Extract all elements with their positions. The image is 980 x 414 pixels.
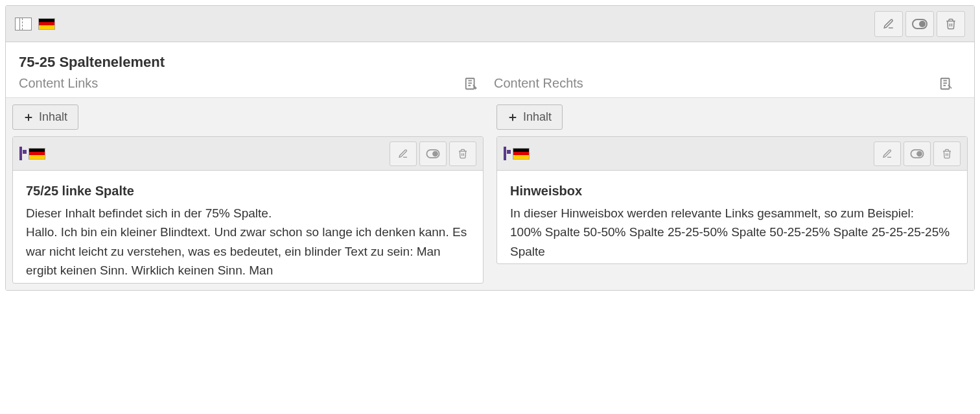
content-type-icon xyxy=(504,148,506,160)
flag-de-icon xyxy=(513,148,530,160)
panel-actions xyxy=(874,11,965,37)
card-title: Hinweisbox xyxy=(510,181,954,201)
column-header-left: Content Links xyxy=(19,76,486,91)
flag-de-icon xyxy=(38,18,55,30)
card-header xyxy=(497,137,967,171)
toggle-button[interactable] xyxy=(905,11,934,37)
add-content-label: Inhalt xyxy=(39,110,67,124)
column-left: Inhalt xyxy=(12,104,484,284)
toggle-button[interactable] xyxy=(419,141,447,166)
svg-point-7 xyxy=(916,151,922,156)
delete-button[interactable] xyxy=(449,141,476,166)
column-right: Inhalt xyxy=(496,104,968,284)
column-header-right: Content Rechts xyxy=(486,76,961,91)
card-header-left xyxy=(19,148,45,160)
toggle-button[interactable] xyxy=(904,141,931,166)
card-text-line: 100% Spalte 50-50% Spalte 25-25-50% Spal… xyxy=(510,223,954,261)
panel-header-left xyxy=(15,18,55,30)
panel-title: 75-25 Spaltenelement xyxy=(19,54,961,71)
add-content-label: Inhalt xyxy=(523,110,552,124)
column-right-label: Content Rechts xyxy=(494,76,583,91)
card-actions xyxy=(390,141,476,166)
main-panel: 75-25 Spaltenelement Content Links Conte… xyxy=(5,5,975,291)
add-content-button-right[interactable]: Inhalt xyxy=(496,104,563,130)
columns-type-icon xyxy=(15,18,32,30)
columns-body: Inhalt xyxy=(6,97,974,290)
card-header-left xyxy=(504,148,530,160)
card-actions xyxy=(874,141,961,166)
svg-point-1 xyxy=(919,21,926,27)
delete-button[interactable] xyxy=(933,141,961,166)
column-left-label: Content Links xyxy=(19,76,98,91)
delete-button[interactable] xyxy=(937,11,965,37)
panel-title-row: 75-25 Spaltenelement xyxy=(6,42,974,76)
content-type-icon xyxy=(19,148,22,160)
add-content-area-icon[interactable] xyxy=(464,77,478,91)
card-text-line: Dieser Inhalt befindet sich in der 75% S… xyxy=(26,204,470,223)
edit-button[interactable] xyxy=(390,141,417,166)
card-title: 75/25 linke Spalte xyxy=(26,181,470,201)
card-header xyxy=(13,137,483,171)
card-text-line: Hallo. Ich bin ein kleiner Blindtext. Un… xyxy=(26,223,470,280)
content-card-left: 75/25 linke Spalte Dieser Inhalt befinde… xyxy=(12,136,484,284)
add-content-button-left[interactable]: Inhalt xyxy=(12,104,78,130)
content-card-right: Hinweisbox In dieser Hinweisbox werden r… xyxy=(496,136,968,264)
add-content-area-icon[interactable] xyxy=(939,77,953,91)
columns-header: Content Links Content Rechts xyxy=(6,76,974,97)
card-body: 75/25 linke Spalte Dieser Inhalt befinde… xyxy=(13,171,483,283)
flag-de-icon xyxy=(29,148,45,160)
panel-header xyxy=(6,6,974,42)
card-body: Hinweisbox In dieser Hinweisbox werden r… xyxy=(497,171,967,263)
card-text-line: In dieser Hinweisbox werden relevante Li… xyxy=(510,204,954,223)
edit-button[interactable] xyxy=(874,141,901,166)
edit-button[interactable] xyxy=(874,11,903,37)
svg-point-5 xyxy=(432,151,438,156)
